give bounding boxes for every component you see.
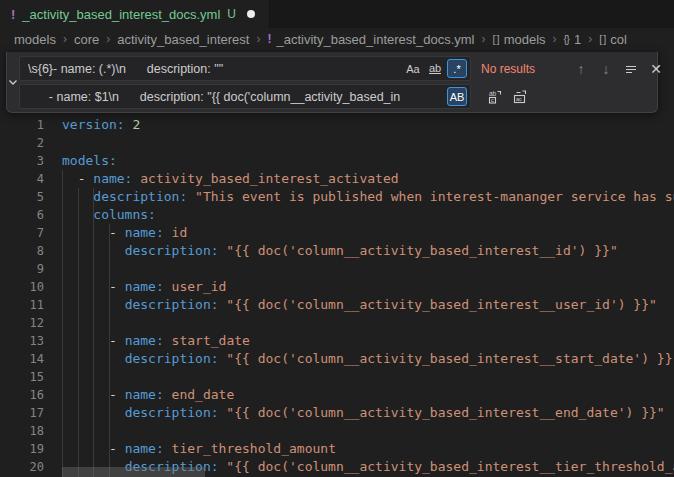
line-number: 4 xyxy=(0,170,44,188)
code-text: - name: start_date xyxy=(62,332,250,350)
code-text: description: "{{ doc('column__activity_b… xyxy=(62,242,618,260)
breadcrumb-item-models[interactable]: [ ]models xyxy=(492,32,545,47)
breadcrumb-label: models xyxy=(504,32,546,47)
code-line[interactable]: 1version: 2 xyxy=(0,116,674,134)
close-find-button[interactable]: ✕ xyxy=(645,58,667,80)
breadcrumb-item-1[interactable]: {}1 xyxy=(564,32,582,47)
code-text: - name: id xyxy=(62,224,187,242)
breadcrumb-item-models[interactable]: models xyxy=(14,32,56,47)
code-line[interactable]: 7 - name: id xyxy=(0,224,674,242)
yaml-file-icon: ! xyxy=(11,7,15,22)
line-number: 1 xyxy=(0,116,44,134)
toggle-replace-button[interactable] xyxy=(7,52,19,112)
code-line[interactable]: 5 description: "This event is published … xyxy=(0,188,674,206)
chevron-down-icon xyxy=(7,76,19,88)
vscode-editor-window: ! _activity_based_interest_docs.yml U mo… xyxy=(0,0,674,477)
whole-word-toggle[interactable]: ab xyxy=(425,59,445,78)
code-line[interactable]: 19 - name: tier_threshold_amount xyxy=(0,440,674,458)
replace-input-box: AB xyxy=(19,84,471,109)
breadcrumb-item--activity-based-interest-docs-yml[interactable]: !_activity_based_interest_docs.yml xyxy=(267,32,474,47)
find-input-box: Aa ab .* xyxy=(19,56,471,81)
tab-activity-based-interest-docs[interactable]: ! _activity_based_interest_docs.yml U xyxy=(0,0,270,28)
find-row: Aa ab .* No results ↑ ↓ ✕ xyxy=(19,56,667,81)
replace-button[interactable]: ab c xyxy=(484,86,506,108)
line-number: 14 xyxy=(0,350,44,368)
breadcrumb-separator: › xyxy=(256,32,260,46)
replace-row: AB ab c xyxy=(19,84,667,109)
find-results-count: No results xyxy=(481,62,567,76)
code-line[interactable]: 6 columns: xyxy=(0,206,674,224)
code-line[interactable]: 2 xyxy=(0,134,674,152)
breadcrumb-item-core[interactable]: core xyxy=(74,32,99,47)
unsaved-changes-dot[interactable] xyxy=(247,10,255,18)
git-untracked-badge: U xyxy=(227,7,236,21)
object-symbol-icon: {} xyxy=(564,33,569,45)
line-number: 17 xyxy=(0,404,44,422)
line-number: 5 xyxy=(0,188,44,206)
svg-text:ab: ab xyxy=(489,89,497,96)
code-line[interactable]: 17 description: "{{ doc('column__activit… xyxy=(0,404,674,422)
line-number: 10 xyxy=(0,278,44,296)
svg-text:c: c xyxy=(491,97,494,103)
code-line[interactable]: 12 xyxy=(0,314,674,332)
breadcrumb-label: core xyxy=(74,32,99,47)
line-number: 18 xyxy=(0,422,44,440)
replace-icon: ab c xyxy=(487,89,503,105)
array-symbol-icon: [ ] xyxy=(599,33,605,45)
code-line[interactable]: 4 - name: activity_based_interest_activa… xyxy=(0,170,674,188)
breadcrumb-label: col xyxy=(610,32,627,47)
code-line[interactable]: 10 - name: user_id xyxy=(0,278,674,296)
previous-match-button[interactable]: ↑ xyxy=(570,58,592,80)
match-case-toggle[interactable]: Aa xyxy=(403,59,423,78)
replace-input[interactable] xyxy=(20,90,445,104)
replace-all-button[interactable]: ac xyxy=(509,86,531,108)
line-number: 16 xyxy=(0,386,44,404)
code-text: description: "{{ doc('column__activity_b… xyxy=(62,296,657,314)
code-line[interactable]: 13 - name: start_date xyxy=(0,332,674,350)
code-line[interactable]: 16 - name: end_date xyxy=(0,386,674,404)
find-in-selection-button[interactable] xyxy=(620,58,642,80)
horizontal-scrollbar[interactable] xyxy=(62,467,205,477)
find-replace-widget: Aa ab .* No results ↑ ↓ ✕ AB xyxy=(6,52,658,113)
svg-text:ac: ac xyxy=(516,96,522,102)
replace-actions: ab c ac xyxy=(481,86,531,108)
find-widget-body: Aa ab .* No results ↑ ↓ ✕ AB xyxy=(19,52,671,112)
breadcrumb-separator: › xyxy=(481,32,485,46)
tab-bar: ! _activity_based_interest_docs.yml U xyxy=(0,0,674,28)
line-number: 15 xyxy=(0,368,44,386)
code-text: - name: activity_based_interest_activate… xyxy=(62,170,399,188)
code-line[interactable]: 11 description: "{{ doc('column__activit… xyxy=(0,296,674,314)
code-text: - name: end_date xyxy=(62,386,234,404)
code-line[interactable]: 8 description: "{{ doc('column__activity… xyxy=(0,242,674,260)
arrow-up-icon: ↑ xyxy=(578,61,585,77)
find-input[interactable] xyxy=(20,62,401,76)
preserve-case-toggle[interactable]: AB xyxy=(447,87,467,106)
breadcrumb-item-activity-based-interest[interactable]: activity_based_interest xyxy=(117,32,249,47)
code-pane: 1version: 223models:4 - name: activity_b… xyxy=(0,116,674,476)
array-symbol-icon: [ ] xyxy=(492,33,498,45)
line-number: 20 xyxy=(0,458,44,476)
code-line[interactable]: 18 xyxy=(0,422,674,440)
code-text: columns: xyxy=(62,206,156,224)
regex-toggle[interactable]: .* xyxy=(447,59,467,78)
code-line[interactable]: 9 xyxy=(0,260,674,278)
selection-lines-icon xyxy=(624,62,638,76)
code-text: description: "This event is published wh… xyxy=(62,188,674,206)
line-number: 11 xyxy=(0,296,44,314)
breadcrumb-label: activity_based_interest xyxy=(117,32,249,47)
breadcrumb-separator: › xyxy=(106,32,110,46)
code-line[interactable]: 15 xyxy=(0,368,674,386)
line-number: 9 xyxy=(0,260,44,278)
close-icon: ✕ xyxy=(650,61,662,77)
line-number: 3 xyxy=(0,152,44,170)
code-editor[interactable]: 1version: 223models:4 - name: activity_b… xyxy=(0,50,674,477)
code-line[interactable]: 3models: xyxy=(0,152,674,170)
line-number: 13 xyxy=(0,332,44,350)
code-text: - name: user_id xyxy=(62,278,226,296)
breadcrumb-item-col[interactable]: [ ]col xyxy=(599,32,627,47)
code-line[interactable]: 14 description: "{{ doc('column__activit… xyxy=(0,350,674,368)
next-match-button[interactable]: ↓ xyxy=(595,58,617,80)
breadcrumb-label: models xyxy=(14,32,56,47)
breadcrumb-label: 1 xyxy=(574,32,581,47)
line-number: 6 xyxy=(0,206,44,224)
